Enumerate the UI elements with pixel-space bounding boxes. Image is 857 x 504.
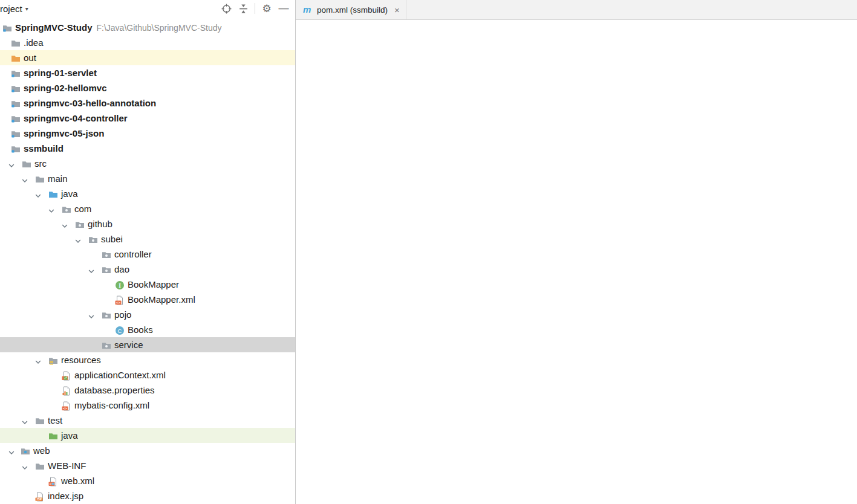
close-icon[interactable]: × xyxy=(394,5,400,15)
tree-item-label: BookMapper xyxy=(128,277,179,292)
folder-icon xyxy=(35,415,45,425)
svg-text:<: < xyxy=(50,482,52,486)
module-icon xyxy=(2,22,12,32)
collapse-all-icon[interactable] xyxy=(238,3,249,14)
package-icon xyxy=(75,219,85,228)
tree-item-label: springmvc-05-json xyxy=(24,126,104,141)
tree-item-label: github xyxy=(88,216,112,231)
tree-item-controller[interactable]: controller xyxy=(0,247,296,262)
tab-label: pom.xml (ssmbuild) xyxy=(317,5,388,15)
tree-item-label: applicationContext.xml xyxy=(74,367,166,383)
tree-item-java[interactable]: java xyxy=(0,428,296,443)
xmlfile-icon: <> xyxy=(62,400,71,410)
folder-green-icon xyxy=(48,430,58,440)
package-icon xyxy=(102,249,111,259)
tree-item-label: SpringMVC-StudyF:\Java\Github\SpringMVC-… xyxy=(15,20,221,36)
folder-blue-icon xyxy=(48,189,58,198)
tree-item-label: springmvc-03-hello-annotation xyxy=(24,95,156,111)
svg-text:JSP: JSP xyxy=(36,498,42,501)
module-icon xyxy=(11,83,21,92)
tree-item-label: spring-02-hellomvc xyxy=(24,80,107,95)
tree-item-springmvc-study[interactable]: SpringMVC-StudyF:\Java\Github\SpringMVC-… xyxy=(0,20,296,35)
interface-icon: I xyxy=(115,279,125,289)
tree-item-web-inf[interactable]: WEB-INF xyxy=(0,458,296,473)
tree-item-src[interactable]: src xyxy=(0,156,296,171)
tree-item-test[interactable]: test xyxy=(0,413,296,428)
tree-item-label: springmvc-04-controller xyxy=(24,111,128,126)
jsp-icon: JSP xyxy=(35,491,45,500)
tree-item-subei[interactable]: subei xyxy=(0,231,296,247)
expander-chevron-icon[interactable] xyxy=(7,159,16,167)
expander-chevron-icon[interactable] xyxy=(34,355,42,364)
tree-item-mybatis-config.xml[interactable]: <>mybatis-config.xml xyxy=(0,398,296,413)
tree-item-bookmapper[interactable]: IBookMapper xyxy=(0,277,296,292)
tree-item-label: service xyxy=(114,337,143,352)
tree-item-out[interactable]: out xyxy=(0,50,296,65)
tree-item-ssmbuild[interactable]: ssmbuild xyxy=(0,141,296,156)
tree-item-springmvc-04-controller[interactable]: springmvc-04-controller xyxy=(0,111,296,126)
tree-item-label: Books xyxy=(128,322,153,337)
tree-item-index.jsp[interactable]: JSPindex.jsp xyxy=(0,488,296,503)
tree-item-label: web.xml xyxy=(61,473,94,488)
tree-item-resources[interactable]: resources xyxy=(0,352,296,367)
expander-chevron-icon[interactable] xyxy=(87,265,96,273)
tree-item-spring-02-hellomvc[interactable]: spring-02-hellomvc xyxy=(0,80,296,95)
tree-item-label: dao xyxy=(114,262,129,277)
folder-icon xyxy=(35,460,45,470)
tree-item-web.xml[interactable]: <web.xml xyxy=(0,473,296,488)
project-path: F:\Java\Github\SpringMVC-Study xyxy=(97,23,222,33)
tree-item-spring-01-servlet[interactable]: spring-01-servlet xyxy=(0,65,296,80)
hide-panel-icon[interactable]: — xyxy=(278,3,289,14)
tree-item-bookmapper.xml[interactable]: <>BookMapper.xml xyxy=(0,292,296,307)
tree-item-label: com xyxy=(74,201,91,216)
module-icon xyxy=(11,98,21,108)
expander-chevron-icon[interactable] xyxy=(60,219,69,228)
select-opened-file-icon[interactable] xyxy=(221,3,232,14)
tree-item-web[interactable]: web xyxy=(0,443,296,458)
tree-item-java[interactable]: java xyxy=(0,186,296,201)
expander-chevron-icon[interactable] xyxy=(87,310,96,318)
tree-item-label: database.properties xyxy=(74,383,155,398)
folder-icon xyxy=(22,158,31,168)
tree-item-books[interactable]: CBooks xyxy=(0,322,296,337)
tree-item-applicationcontext.xml[interactable]: applicationContext.xml xyxy=(0,367,296,383)
tree-item-springmvc-05-json[interactable]: springmvc-05-json xyxy=(0,126,296,141)
class-icon: C xyxy=(115,325,125,334)
expander-chevron-icon[interactable] xyxy=(7,446,16,454)
toolbar-divider xyxy=(255,3,255,14)
expander-chevron-icon[interactable] xyxy=(34,189,42,198)
expander-chevron-icon[interactable] xyxy=(74,234,82,243)
tree-item-github[interactable]: github xyxy=(0,216,296,231)
tree-item-.idea[interactable]: .idea xyxy=(0,35,296,50)
resources-icon xyxy=(48,355,58,364)
expander-chevron-icon[interactable] xyxy=(21,416,29,424)
project-tree: SpringMVC-StudyF:\Java\Github\SpringMVC-… xyxy=(0,20,296,503)
tree-item-service[interactable]: service xyxy=(0,337,296,352)
tree-item-com[interactable]: com xyxy=(0,201,296,216)
project-view-selector[interactable]: roject▾ xyxy=(0,4,28,14)
tree-item-dao[interactable]: dao xyxy=(0,262,296,277)
editor-area: mpom.xml (ssmbuild)× xyxy=(296,0,857,504)
expander-chevron-icon[interactable] xyxy=(21,174,29,183)
tree-item-springmvc-03-hello-annotation[interactable]: springmvc-03-hello-annotation xyxy=(0,95,296,111)
module-icon xyxy=(11,143,21,153)
tree-item-main[interactable]: main xyxy=(0,171,296,186)
tree-item-label: test xyxy=(48,413,62,428)
project-view-label: roject xyxy=(0,4,22,14)
tree-item-label: ssmbuild xyxy=(24,141,64,156)
tab-pom.xml-ssmbuild-[interactable]: mpom.xml (ssmbuild)× xyxy=(296,0,406,19)
package-web-icon xyxy=(21,445,30,455)
tree-item-label: mybatis-config.xml xyxy=(74,398,149,413)
expander-chevron-icon[interactable] xyxy=(21,461,29,470)
tree-item-label: src xyxy=(34,156,47,171)
tree-item-pojo[interactable]: pojo xyxy=(0,307,296,322)
xmlfile-icon: <> xyxy=(115,294,125,304)
package-icon xyxy=(102,340,111,349)
expander-chevron-icon[interactable] xyxy=(47,204,56,213)
folder-icon xyxy=(35,173,45,183)
code-editor[interactable] xyxy=(296,20,857,504)
tree-item-label: WEB-INF xyxy=(48,458,86,473)
tree-item-label: subei xyxy=(101,231,123,247)
tree-item-database.properties[interactable]: database.properties xyxy=(0,383,296,398)
settings-gear-icon[interactable]: ⚙ xyxy=(261,3,272,14)
